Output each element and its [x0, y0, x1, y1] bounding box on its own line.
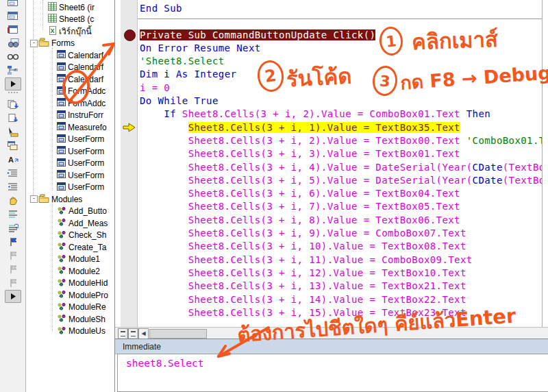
align-lines-icon[interactable] [5, 208, 21, 221]
project-explorer-icon[interactable] [5, 9, 21, 22]
tree-item-label: UserForm [68, 171, 104, 180]
insert-page-icon[interactable] [5, 112, 21, 125]
execution-point-arrow[interactable] [122, 121, 137, 134]
tree-item-measurefo[interactable]: Measurefo [57, 121, 107, 133]
tree-item-instruforr[interactable]: InstruForr [57, 110, 103, 121]
code-editor[interactable]: End SubPrivate Sub CommandButtonUpdate_C… [138, 0, 542, 327]
code-line-execution[interactable]: Sheet8.Cells(3 + i, 1).Value = TextBox35… [140, 121, 542, 134]
module-icon [57, 314, 66, 324]
tree-item-userform[interactable]: UserForm [57, 145, 104, 157]
find-icon[interactable] [5, 36, 21, 49]
code-line[interactable]: Dim i As Integer [140, 68, 542, 81]
breakpoint-indicator[interactable] [124, 29, 136, 41]
code-line[interactable]: Sheet8.Cells(3 + i, 15).Value = TextBox2… [140, 306, 542, 319]
code-line[interactable]: Do While True [140, 95, 542, 108]
outdent-icon[interactable] [5, 180, 21, 193]
tree-item-module2[interactable]: Module2 [57, 265, 100, 277]
code-line[interactable]: 'Sheet8.Select [140, 55, 542, 68]
tree-expander[interactable]: - [30, 195, 38, 203]
code-line[interactable] [140, 15, 542, 28]
copy-module-icon[interactable] [5, 98, 21, 111]
module-icon [57, 290, 66, 300]
code-line[interactable]: Sheet8.Cells(3 + i, 4).Value = DateSeria… [140, 161, 542, 174]
tree-item-label: ModuleHid [68, 278, 108, 288]
clear-bookmarks-icon[interactable] [5, 276, 21, 289]
code-line[interactable]: i = 0 [140, 82, 542, 95]
tree-item-calendarf[interactable]: Calendarf [57, 49, 103, 61]
tree-item-formaddc[interactable]: FormAddc [57, 86, 105, 97]
tree-item--[interactable]: Xเวิร์กบุ๊กนี้ [48, 25, 92, 37]
tree-connector [52, 202, 53, 331]
full-module-view-button[interactable] [128, 328, 138, 339]
code-line[interactable]: Sheet8.Cells(3 + i, 8).Value = TextBox06… [140, 214, 542, 227]
tree-item-userform[interactable]: UserForm [57, 134, 104, 145]
code-line[interactable]: Sheet8.Cells(3 + i, 11).Value = ComboBox… [140, 254, 542, 267]
tree-item-module1[interactable]: Module1 [57, 254, 100, 265]
hscrollbar-thumb[interactable] [149, 329, 207, 339]
tree-item-check-sh[interactable]: Check_Sh [57, 230, 106, 241]
form-icon [57, 50, 66, 60]
select-ruler-icon[interactable] [5, 125, 21, 138]
hand-grab-icon[interactable] [5, 194, 21, 207]
code-line[interactable]: On Error Resume Next [140, 42, 542, 55]
object-browser-icon[interactable] [5, 50, 21, 63]
tree-item-modulere[interactable]: ModuleRe [57, 302, 106, 313]
tree-item-label: FormAddc [68, 99, 105, 108]
tree-item-label: UserForm [68, 182, 104, 192]
code-line-breakpoint[interactable]: Private Sub CommandButtonUpdate_Click() [140, 29, 542, 42]
tree-item-forms[interactable]: Forms [38, 38, 75, 49]
tree-expander[interactable]: - [30, 40, 38, 47]
previous-bookmark-icon[interactable] [5, 262, 21, 275]
tree-item-label: Calendarf [68, 62, 103, 72]
font-style-icon[interactable]: A [5, 153, 21, 166]
tree-item-userform[interactable]: UserForm [57, 182, 104, 193]
code-line[interactable]: End Sub [140, 2, 542, 15]
tree-item-label: Sheet8 (c [59, 14, 94, 24]
code-line[interactable]: If Sheet8.Cells(3 + i, 2).Value = ComboB… [140, 108, 542, 121]
code-line[interactable]: Sheet8.Cells(3 + i, 10).Value = TextBox0… [140, 240, 542, 253]
tree-item-add-meas[interactable]: Add_Meas [57, 217, 108, 229]
immediate-content[interactable]: sheet8.Select [117, 354, 548, 392]
code-line[interactable]: Sheet8.Cells(3 + i, 14).Value = TextBox2… [140, 293, 542, 306]
tree-item-create-ta[interactable]: Create_Ta [57, 241, 106, 253]
procedure-view-button[interactable] [118, 328, 128, 339]
window-top-partial-icon[interactable] [5, 0, 21, 8]
tree-item-modules[interactable]: Modules [38, 193, 82, 205]
tree-item-sheet8-c[interactable]: Sheet8 (c [48, 14, 94, 25]
tree-item-modulepro[interactable]: ModulePro [57, 289, 108, 301]
code-line[interactable]: Sheet8.Cells(3 + i, 9).Value = ComboBox0… [140, 227, 542, 240]
margin-indicator-bar[interactable] [121, 0, 138, 327]
tree-item-add-butto[interactable]: Add_Butto [57, 206, 107, 217]
code-line[interactable]: Sheet8.Cells(3 + i, 6).Value = TextBox04… [140, 187, 542, 200]
tree-item-userform[interactable]: UserForm [57, 158, 104, 169]
indent-icon[interactable] [5, 167, 21, 180]
toolbar-overflow2-icon[interactable] [5, 290, 21, 303]
properties-window-icon[interactable] [5, 23, 21, 36]
window-stack-icon[interactable] [5, 139, 21, 152]
tree-item-calendarf[interactable]: Calendarf [57, 73, 103, 85]
form-icon [57, 134, 66, 145]
tree-item-formaddc[interactable]: FormAddc [57, 97, 105, 109]
scroll-left-button[interactable]: ◀ [138, 328, 149, 339]
code-line[interactable]: Sheet8.Cells(3 + i, 2).Value = TextBox00… [140, 134, 542, 147]
toolbar-overflow-icon[interactable] [5, 77, 21, 90]
code-line[interactable]: Sheet8.Cells(3 + i, 13).Value = TextBox2… [140, 280, 542, 293]
undo-lines-icon[interactable] [5, 221, 21, 234]
tree-item-calendarf[interactable]: Calendarf [57, 62, 103, 73]
tree-item-modulehid[interactable]: ModuleHid [57, 278, 108, 289]
tree-item-moduleus[interactable]: ModuleUs [57, 326, 105, 337]
next-bookmark-icon[interactable] [5, 249, 21, 262]
module-icon [57, 230, 66, 241]
tree-item-userform[interactable]: UserForm [57, 169, 104, 181]
tree-item-label: Forms [51, 38, 75, 48]
tree-item-modulesh[interactable]: ModuleSh [57, 313, 105, 325]
code-line[interactable]: Sheet8.Cells(3 + i, 7).Value = TextBox05… [140, 200, 542, 213]
tree-item-sheet6-ir[interactable]: Sheet6 (ir [48, 1, 95, 13]
immediate-titlebar[interactable]: Immediate [115, 339, 548, 354]
call-hierarchy-icon[interactable] [5, 64, 21, 77]
code-line[interactable]: Sheet8.Cells(3 + i, 12).Value = TextBox1… [140, 267, 542, 280]
svg-text:X: X [51, 27, 55, 34]
code-line[interactable]: Sheet8.Cells(3 + i, 3).Value = TextBox01… [140, 147, 542, 160]
toggle-bookmark-icon[interactable] [5, 235, 21, 248]
code-line[interactable]: Sheet8.Cells(3 + i, 5).Value = DateSeria… [140, 174, 542, 187]
